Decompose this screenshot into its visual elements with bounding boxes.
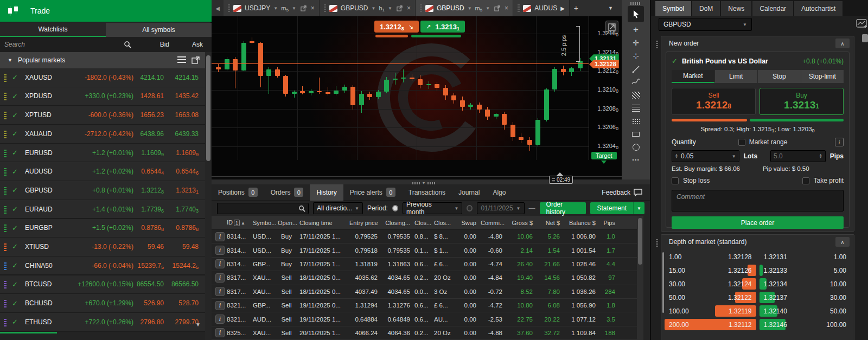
place-order-button[interactable]: Place order	[672, 216, 844, 229]
cursor-icon[interactable]	[628, 6, 644, 22]
column-header[interactable]: Open...	[276, 220, 297, 226]
table-row[interactable]: i8321...AUD...Sell19/11/2025 1...0.64884…	[212, 312, 643, 326]
dom-ask-row[interactable]: 1.3214050.00	[760, 304, 851, 318]
chevron-down-icon[interactable]: ▼	[486, 6, 490, 11]
watchlist-row-BTCUSD[interactable]: ✓BTCUSD+12600.0 (+0.15%)86554.5086566.50	[0, 275, 205, 294]
bid-price[interactable]: 59.46	[133, 243, 164, 251]
period-select[interactable]: Previous month ▼	[403, 202, 462, 214]
pattern-icon[interactable]	[628, 114, 644, 127]
bottom-tab-positions[interactable]: Positions0	[212, 184, 264, 201]
watchlist-tab-watchlists[interactable]: Watchlists	[0, 23, 106, 37]
scroll-down-icon[interactable]: ▼	[195, 322, 201, 328]
column-header[interactable]: Clos...	[412, 220, 432, 226]
custom-date-radio[interactable]	[467, 205, 473, 211]
market-range-input[interactable]: 5.0 ▲▼	[770, 150, 826, 162]
market-range-checkbox[interactable]	[738, 139, 745, 146]
ask-price[interactable]: 4214.15	[164, 74, 199, 81]
more-icon[interactable]: ···	[628, 153, 644, 166]
right-tab-autochartist[interactable]: Autochartist	[794, 1, 843, 16]
trendline-icon[interactable]	[628, 62, 644, 75]
chevron-down-icon[interactable]: ▼	[388, 6, 392, 11]
quick-sell-button[interactable]: 1.32128↘	[374, 21, 419, 33]
order-type-limit[interactable]: Limit	[715, 70, 758, 83]
popout-icon[interactable]	[397, 5, 403, 11]
dom-bid-row[interactable]: 100.001.32119	[665, 304, 756, 318]
order-type-market[interactable]: Market	[672, 70, 714, 83]
card-grip[interactable]	[656, 40, 658, 48]
table-row[interactable]: i8314...GBP...Buy17/11/2025 1...1.318191…	[212, 258, 643, 271]
order-type-stop-limit[interactable]: Stop-limit	[801, 70, 844, 83]
info-icon[interactable]: i	[215, 259, 225, 268]
table-row[interactable]: i8317...XAU...Sell18/11/2025 0...4035.62…	[212, 271, 643, 285]
bid-price[interactable]: 1.77396	[133, 206, 164, 213]
watchlist-row-AUDUSD[interactable]: ✓AUDUSD+1.2 (+0.02%)0.654440.65446	[0, 162, 205, 181]
ellipse-icon[interactable]	[628, 140, 644, 153]
bottom-tab-transactions[interactable]: Transactions	[402, 184, 452, 201]
ask-price[interactable]: 1.32131	[164, 187, 199, 194]
candlestick-chart[interactable]: 1.32128↘↗1.321312.5 pips	[212, 16, 589, 160]
chart-tab-gbpusd[interactable]: GBPUSD▼m5▼×	[416, 0, 513, 16]
ask-price[interactable]: 1.77403	[164, 206, 199, 213]
ask-price[interactable]: 1.16099	[164, 149, 199, 157]
history-table-scrollbar[interactable]	[637, 216, 643, 340]
dom-ask-row[interactable]: 1.321335.00	[760, 264, 851, 277]
table-row[interactable]: i8325...XAU...Sell20/11/2025 1...4066.24…	[212, 326, 643, 340]
chart-tab-usdjpy[interactable]: USDJPY▼m5▼×	[224, 0, 320, 16]
popout-icon[interactable]	[192, 56, 200, 64]
comment-input[interactable]: Comment	[672, 190, 844, 211]
info-icon[interactable]: i	[215, 301, 225, 310]
crosshair-target-icon[interactable]: ⊹	[628, 49, 644, 62]
watchlist-row-XAUUSD[interactable]: ✓XAUUSD-1802.0 (-0.43%)4214.104214.15	[0, 68, 205, 87]
bid-price[interactable]: 2796.80	[133, 318, 164, 326]
price-axis[interactable]: 1.321601.321401.321201.321001.320801.320…	[589, 16, 622, 160]
statement-dropdown-icon[interactable]: ▼	[633, 202, 644, 214]
column-header[interactable]: Gross $	[505, 220, 535, 226]
table-row[interactable]: i8314...USD...Buy17/11/2025 1...0.795250…	[212, 230, 643, 243]
ask-price[interactable]: 0.87868	[164, 224, 199, 232]
column-header[interactable]: Net $	[535, 220, 562, 226]
statement-button-group[interactable]: Statement ▼	[590, 202, 644, 214]
chart-tab-audus[interactable]: AUDUS▶	[513, 0, 570, 16]
chevron-down-icon[interactable]: ▼	[292, 6, 296, 11]
right-tab-calendar[interactable]: Calendar	[752, 1, 793, 16]
dom-bid-row[interactable]: 15.001.32126	[665, 264, 756, 277]
dom-ask-row[interactable]: 1.3213410.00	[760, 277, 851, 291]
quantity-input[interactable]: ▲▼ 0.05 ▼	[672, 150, 739, 162]
info-icon[interactable]: i	[835, 138, 844, 146]
rectangle-icon[interactable]	[628, 127, 644, 140]
right-panel-scrollbar-thumb[interactable]	[862, 34, 868, 42]
ask-price[interactable]: 6439.33	[164, 130, 199, 138]
info-icon[interactable]: i	[215, 328, 225, 337]
watchlist-row-XAUAUD[interactable]: ✓XAUAUD-2712.0 (-0.42%)6438.966439.33	[0, 125, 205, 143]
dom-bid-row[interactable]: 1.001.32128	[665, 250, 756, 264]
collapse-new-order-icon[interactable]: ∧	[835, 39, 850, 48]
table-row[interactable]: i8321...GBP...Sell19/11/2025 0...1.31294…	[212, 299, 643, 312]
bottom-tab-orders[interactable]: Orders0	[264, 184, 310, 201]
info-icon[interactable]: i	[215, 273, 225, 283]
bottom-tab-journal[interactable]: Journal	[452, 184, 486, 201]
ask-price[interactable]: 1663.08	[164, 111, 199, 119]
close-tab-icon[interactable]: ×	[505, 4, 508, 12]
bid-price[interactable]: 86554.50	[133, 280, 164, 288]
popout-icon[interactable]	[301, 5, 307, 11]
bottom-tab-price-alerts[interactable]: Price alerts0	[343, 184, 402, 201]
dom-scrollbar[interactable]	[662, 252, 664, 313]
watchlist-group-header[interactable]: ▼ Popular markets	[0, 52, 205, 68]
bid-price[interactable]: 1.32128	[133, 187, 164, 194]
bid-price[interactable]: 4214.10	[133, 74, 164, 81]
watchlist-row-EURGBP[interactable]: ✓EURGBP+1.5 (+0.02%)0.878680.87868	[0, 219, 205, 238]
statement-button[interactable]: Statement	[590, 202, 633, 214]
date-select[interactable]: 01/11/2025 ▼	[477, 202, 524, 214]
column-header[interactable]: Pips	[598, 220, 617, 226]
column-header[interactable]: Symbo...	[251, 220, 276, 226]
ask-price[interactable]: 86566.50	[164, 280, 199, 288]
watchlist-row-XPDUSD[interactable]: ✓XPDUSD+330.0 (+0.23%)1428.611435.42	[0, 87, 205, 106]
target-badge[interactable]: Target	[591, 152, 617, 159]
card-grip[interactable]	[656, 238, 658, 247]
tab-overflow-icon[interactable]: ▼	[604, 5, 617, 11]
toolbar-grip[interactable]	[630, 2, 641, 5]
dom-bid-row[interactable]: 200.001.32112	[665, 318, 756, 331]
direction-filter-select[interactable]: All directio... ▼	[313, 202, 363, 214]
take-profit-checkbox[interactable]	[802, 177, 809, 184]
watchlist-tab-all-symbols[interactable]: All symbols	[106, 23, 212, 37]
